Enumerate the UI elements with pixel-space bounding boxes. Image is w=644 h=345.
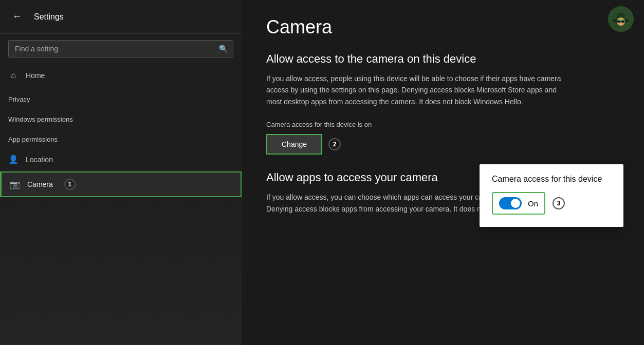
home-icon: ⌂	[8, 71, 19, 80]
section1-desc: If you allow access, people using this d…	[266, 73, 564, 107]
camera-label: Camera	[27, 180, 53, 188]
toggle-on-label: On	[528, 199, 538, 208]
search-icon[interactable]: 🔍	[214, 41, 233, 57]
badge-2: 2	[328, 138, 341, 150]
location-label: Location	[26, 156, 53, 164]
sidebar-title: Settings	[34, 12, 64, 22]
avatar	[608, 6, 634, 32]
svg-rect-7	[617, 20, 624, 21]
search-box: 🔍	[8, 40, 233, 57]
main-content: Camera Allow access to the camera on thi…	[242, 0, 644, 345]
avatar-area	[608, 6, 634, 32]
privacy-label: Privacy	[0, 87, 242, 107]
toggle-row: On	[492, 192, 545, 215]
svg-rect-5	[621, 21, 624, 23]
popup-title: Camera access for this device	[492, 175, 611, 184]
app-permissions-label: App permissions	[0, 127, 242, 147]
sidebar-header: ← Settings	[0, 0, 242, 34]
home-label: Home	[26, 71, 45, 80]
device-status-text: Camera access for this device is on Chan…	[266, 120, 372, 155]
page-title: Camera	[266, 16, 619, 38]
windows-permissions-label: Windows permissions	[0, 107, 242, 127]
back-button[interactable]: ←	[8, 9, 26, 24]
section1-heading: Allow access to the camera on this devic…	[266, 52, 619, 66]
sidebar-item-camera[interactable]: 📷 Camera 1	[0, 171, 242, 197]
sidebar: ← Settings 🔍 ⌂ Home Privacy Windows perm…	[0, 0, 242, 345]
avatar-svg	[608, 6, 634, 32]
camera-access-toggle[interactable]	[499, 197, 522, 209]
change-button[interactable]: Change	[266, 134, 322, 155]
svg-rect-4	[617, 21, 620, 23]
search-input[interactable]	[9, 41, 214, 57]
camera-icon: 📷	[10, 180, 20, 189]
badge-1: 1	[64, 179, 76, 190]
location-icon: 👤	[8, 155, 19, 164]
popup-card: Camera access for this device On 3	[480, 164, 623, 227]
device-access-row: Camera access for this device is on Chan…	[266, 120, 619, 155]
badge-3: 3	[553, 197, 565, 209]
sidebar-item-location[interactable]: 👤 Location	[0, 147, 242, 171]
sidebar-item-home[interactable]: ⌂ Home	[0, 64, 242, 87]
